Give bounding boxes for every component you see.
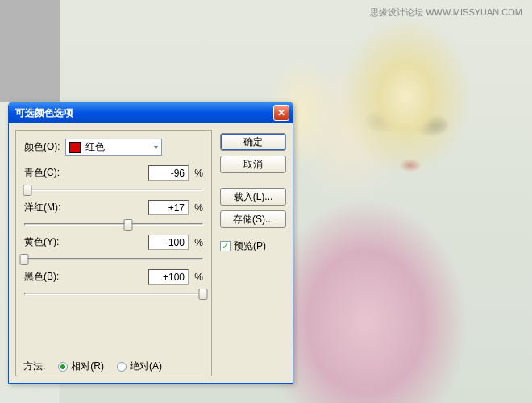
- yellow-label: 黄色(Y):: [24, 235, 59, 249]
- radio-absolute[interactable]: 绝对(A): [117, 359, 162, 373]
- cyan-thumb[interactable]: [23, 185, 32, 196]
- magenta-thumb[interactable]: [123, 219, 132, 231]
- color-selected: 红色: [85, 140, 105, 154]
- color-dropdown[interactable]: 红色 ▾: [65, 139, 162, 156]
- black-label: 黑色(B):: [24, 270, 59, 284]
- dialog-titlebar[interactable]: 可选颜色选项 ✕: [9, 102, 293, 123]
- selective-color-dialog: 可选颜色选项 ✕ 颜色(O): 红色 ▾ 青色(C): %: [8, 102, 293, 384]
- method-label: 方法:: [23, 359, 45, 373]
- color-label: 颜色(O):: [24, 140, 60, 154]
- checkbox-checked-icon: ✓: [220, 241, 231, 251]
- chevron-down-icon: ▾: [154, 143, 158, 152]
- swatch-red-icon: [69, 142, 81, 153]
- percent-label: %: [194, 168, 203, 179]
- black-thumb[interactable]: [199, 289, 208, 300]
- yellow-thumb[interactable]: [20, 254, 29, 265]
- preview-checkbox[interactable]: ✓ 预览(P): [220, 239, 286, 253]
- cancel-button[interactable]: 取消: [220, 156, 286, 173]
- magenta-input[interactable]: [148, 200, 189, 215]
- black-input[interactable]: [148, 269, 189, 285]
- preview-label: 预览(P): [234, 239, 266, 253]
- yellow-input[interactable]: [148, 235, 189, 250]
- sliders-panel: 颜色(O): 红色 ▾ 青色(C): %: [15, 130, 212, 376]
- method-row: 方法: 相对(R) 绝对(A): [23, 359, 162, 373]
- black-slider-row: 黑色(B): %: [24, 269, 203, 301]
- photoshop-empty-area: [0, 0, 60, 102]
- radio-unchecked-icon: [117, 362, 127, 372]
- magenta-slider-row: 洋红(M): %: [24, 200, 203, 231]
- dialog-buttons: 确定 取消 载入(L)... 存储(S)... ✓ 预览(P): [220, 130, 286, 376]
- dialog-body: 颜色(O): 红色 ▾ 青色(C): %: [9, 123, 293, 383]
- radio-checked-icon: [58, 362, 68, 372]
- close-icon: ✕: [277, 107, 285, 118]
- ok-button[interactable]: 确定: [220, 133, 286, 151]
- cyan-label: 青色(C):: [24, 166, 60, 180]
- radio-relative[interactable]: 相对(R): [58, 359, 104, 373]
- cyan-slider-row: 青色(C): %: [24, 165, 203, 197]
- yellow-slider-row: 黄色(Y): %: [24, 235, 203, 266]
- dialog-title: 可选颜色选项: [15, 106, 73, 120]
- watermark-top: 思缘设计论坛 WWW.MISSYUAN.COM: [370, 6, 522, 19]
- magenta-label: 洋红(M):: [24, 201, 60, 214]
- cyan-input[interactable]: [148, 165, 189, 181]
- load-button[interactable]: 载入(L)...: [220, 188, 286, 206]
- close-button[interactable]: ✕: [273, 105, 289, 121]
- save-button[interactable]: 存储(S)...: [220, 210, 286, 228]
